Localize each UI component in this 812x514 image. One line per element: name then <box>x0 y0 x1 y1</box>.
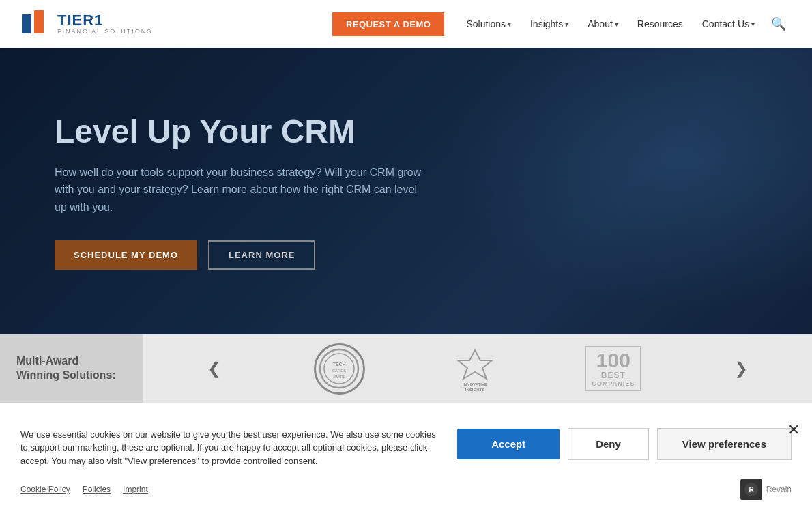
hero-buttons: SCHEDULE MY DEMO LEARN MORE <box>55 240 423 270</box>
awards-strip: Multi-Award Winning Solutions: ❮ TECH CA… <box>0 334 812 403</box>
badge-circle: TECH CARES AWARD <box>314 343 365 395</box>
header: TIER1 FINANCIAL SOLUTIONS REQUEST A DEMO… <box>0 0 812 48</box>
logo-tier1-text: TIER1 <box>57 13 152 28</box>
svg-rect-0 <box>22 14 31 33</box>
revain-icon: R <box>740 479 762 500</box>
cookie-links: Cookie Policy Policies Imprint <box>20 485 148 494</box>
awards-label-text: Multi-Award Winning Solutions: <box>16 354 116 383</box>
revain-badge: R Revain <box>740 479 792 500</box>
award-badge-2: INNOVATIVE INSIGHTS <box>450 343 501 395</box>
nav-item-contact[interactable]: Contact Us ▾ <box>694 13 763 35</box>
nav-item-resources[interactable]: Resources <box>629 13 691 35</box>
cookie-policy-link[interactable]: Cookie Policy <box>20 485 70 494</box>
learn-more-button[interactable]: LEARN MORE <box>208 240 315 270</box>
schedule-demo-button[interactable]: SCHEDULE MY DEMO <box>55 240 197 270</box>
deny-button[interactable]: Deny <box>568 428 649 460</box>
chevron-down-icon: ▾ <box>615 20 618 28</box>
svg-text:TECH: TECH <box>332 362 345 367</box>
hero-section: Level Up Your CRM How well do your tools… <box>0 48 812 334</box>
nav-item-insights[interactable]: Insights ▾ <box>522 13 577 35</box>
badge-100-companies: 100 BEST COMPANIES <box>585 346 641 391</box>
svg-text:INSIGHTS: INSIGHTS <box>465 388 484 392</box>
hero-subtitle: How well do your tools support your busi… <box>55 164 423 216</box>
logo-sub-text: FINANCIAL SOLUTIONS <box>57 28 152 35</box>
awards-label: Multi-Award Winning Solutions: <box>0 334 143 403</box>
hero-title: Level Up Your CRM <box>55 113 423 150</box>
revain-label: Revain <box>766 485 792 494</box>
svg-marker-7 <box>458 350 492 379</box>
accept-button[interactable]: Accept <box>457 429 560 459</box>
cookie-text: We use essential cookies on our website … <box>20 428 437 468</box>
hero-content: Level Up Your CRM How well do your tools… <box>0 113 478 270</box>
nav-item-about[interactable]: About ▾ <box>579 13 626 35</box>
chevron-down-icon: ▾ <box>751 20 755 28</box>
cookie-close-button[interactable]: ✕ <box>787 421 800 439</box>
nav-item-solutions[interactable]: Solutions ▾ <box>458 13 519 35</box>
award-circle-badge: TECH CARES AWARD <box>317 347 362 391</box>
search-icon[interactable]: 🔍 <box>766 11 792 37</box>
svg-text:CARES: CARES <box>332 369 346 373</box>
awards-carousel: ❮ TECH CARES AWARD INNOVATIVE INSIGHTS <box>143 343 812 395</box>
carousel-next-button[interactable]: ❯ <box>726 354 756 384</box>
cookie-body: We use essential cookies on our website … <box>20 428 792 468</box>
logo-icon <box>20 9 50 39</box>
imprint-link[interactable]: Imprint <box>123 485 148 494</box>
cookie-overlay: ✕ We use essential cookies on our websit… <box>0 412 812 515</box>
policies-link[interactable]: Policies <box>83 485 111 494</box>
main-nav: REQUEST A DEMO Solutions ▾ Insights ▾ Ab… <box>332 11 792 37</box>
logo-text: TIER1 FINANCIAL SOLUTIONS <box>57 13 152 35</box>
svg-rect-1 <box>34 10 44 33</box>
svg-text:AWARD: AWARD <box>333 375 346 379</box>
award-badge-3: 100 BEST COMPANIES <box>585 346 641 391</box>
logo[interactable]: TIER1 FINANCIAL SOLUTIONS <box>20 9 152 39</box>
revain-logo-icon: R <box>744 482 759 497</box>
cookie-footer: Cookie Policy Policies Imprint R Revain <box>20 479 792 500</box>
award-badge-1: TECH CARES AWARD <box>314 343 365 395</box>
carousel-prev-button[interactable]: ❮ <box>199 354 229 384</box>
award-trophy-badge: INNOVATIVE INSIGHTS <box>450 343 501 395</box>
cookie-buttons: Accept Deny View preferences <box>457 428 792 460</box>
badge-trophy: INNOVATIVE INSIGHTS <box>450 343 501 395</box>
chevron-down-icon: ▾ <box>565 20 568 28</box>
view-preferences-button[interactable]: View preferences <box>657 428 792 460</box>
svg-text:INNOVATIVE: INNOVATIVE <box>463 382 487 386</box>
chevron-down-icon: ▾ <box>508 20 511 28</box>
cookie-banner: ✕ We use essential cookies on our websit… <box>0 412 812 515</box>
svg-text:R: R <box>749 486 754 494</box>
request-demo-button[interactable]: REQUEST A DEMO <box>332 12 445 36</box>
